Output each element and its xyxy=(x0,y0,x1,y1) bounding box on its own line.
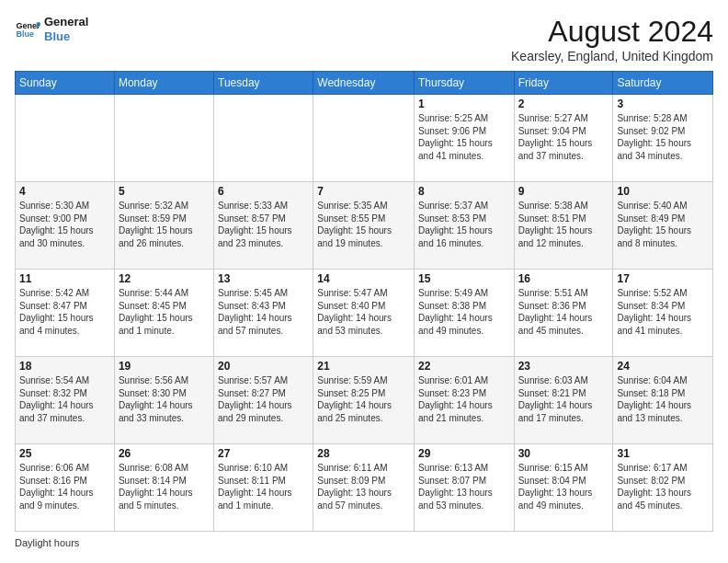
calendar-cell: 1Sunrise: 5:25 AM Sunset: 9:06 PM Daylig… xyxy=(415,95,515,182)
calendar-cell xyxy=(214,95,313,182)
day-number: 6 xyxy=(218,185,309,198)
weekday-header-thursday: Thursday xyxy=(415,72,515,95)
calendar-cell: 19Sunrise: 5:56 AM Sunset: 8:30 PM Dayli… xyxy=(114,357,213,444)
day-number: 25 xyxy=(19,447,110,460)
calendar-cell: 12Sunrise: 5:44 AM Sunset: 8:45 PM Dayli… xyxy=(114,270,213,357)
day-info: Sunrise: 6:15 AM Sunset: 8:04 PM Dayligh… xyxy=(518,462,609,511)
day-info: Sunrise: 5:44 AM Sunset: 8:45 PM Dayligh… xyxy=(119,287,210,337)
calendar-cell: 11Sunrise: 5:42 AM Sunset: 8:47 PM Dayli… xyxy=(16,270,115,357)
logo: General Blue GeneralBlue xyxy=(15,15,88,43)
day-number: 19 xyxy=(119,360,210,373)
legend: Daylight hours xyxy=(15,537,713,548)
weekday-header-sunday: Sunday xyxy=(16,72,115,95)
day-info: Sunrise: 5:30 AM Sunset: 9:00 PM Dayligh… xyxy=(19,200,110,249)
header: General Blue GeneralBlue August 2024 Kea… xyxy=(15,15,713,63)
day-number: 31 xyxy=(617,447,709,460)
day-info: Sunrise: 6:11 AM Sunset: 8:09 PM Dayligh… xyxy=(317,462,410,511)
calendar-cell: 23Sunrise: 6:03 AM Sunset: 8:21 PM Dayli… xyxy=(514,357,613,444)
day-info: Sunrise: 5:51 AM Sunset: 8:36 PM Dayligh… xyxy=(518,287,609,337)
day-number: 5 xyxy=(119,185,210,198)
day-number: 26 xyxy=(119,447,210,460)
weekday-header-wednesday: Wednesday xyxy=(313,72,415,95)
day-number: 14 xyxy=(317,272,410,285)
day-number: 7 xyxy=(317,185,410,198)
day-info: Sunrise: 5:57 AM Sunset: 8:27 PM Dayligh… xyxy=(218,374,309,424)
day-number: 30 xyxy=(518,447,609,460)
day-number: 23 xyxy=(518,360,609,373)
calendar-cell: 14Sunrise: 5:47 AM Sunset: 8:40 PM Dayli… xyxy=(313,270,415,357)
day-number: 18 xyxy=(19,360,110,373)
week-row-3: 11Sunrise: 5:42 AM Sunset: 8:47 PM Dayli… xyxy=(16,270,713,357)
calendar-cell: 28Sunrise: 6:11 AM Sunset: 8:09 PM Dayli… xyxy=(313,444,415,532)
weekday-header-row: SundayMondayTuesdayWednesdayThursdayFrid… xyxy=(16,72,713,95)
calendar-cell: 30Sunrise: 6:15 AM Sunset: 8:04 PM Dayli… xyxy=(514,444,613,532)
calendar-cell: 18Sunrise: 5:54 AM Sunset: 8:32 PM Dayli… xyxy=(16,357,115,444)
day-info: Sunrise: 5:33 AM Sunset: 8:57 PM Dayligh… xyxy=(218,200,309,249)
calendar-cell: 7Sunrise: 5:35 AM Sunset: 8:55 PM Daylig… xyxy=(313,182,415,270)
day-number: 12 xyxy=(119,272,210,285)
weekday-header-monday: Monday xyxy=(114,72,213,95)
day-number: 11 xyxy=(19,272,110,285)
calendar-cell: 10Sunrise: 5:40 AM Sunset: 8:49 PM Dayli… xyxy=(613,182,713,270)
week-row-5: 25Sunrise: 6:06 AM Sunset: 8:16 PM Dayli… xyxy=(16,444,713,532)
day-number: 9 xyxy=(518,185,609,198)
calendar-cell: 25Sunrise: 6:06 AM Sunset: 8:16 PM Dayli… xyxy=(16,444,115,532)
calendar-cell: 4Sunrise: 5:30 AM Sunset: 9:00 PM Daylig… xyxy=(16,182,115,270)
day-info: Sunrise: 5:25 AM Sunset: 9:06 PM Dayligh… xyxy=(418,112,510,162)
weekday-header-saturday: Saturday xyxy=(613,72,713,95)
day-info: Sunrise: 5:28 AM Sunset: 9:02 PM Dayligh… xyxy=(617,112,709,162)
day-info: Sunrise: 5:32 AM Sunset: 8:59 PM Dayligh… xyxy=(119,200,210,249)
daylight-label: Daylight hours xyxy=(15,537,79,548)
day-info: Sunrise: 5:47 AM Sunset: 8:40 PM Dayligh… xyxy=(317,287,410,337)
day-number: 17 xyxy=(617,272,709,285)
day-number: 24 xyxy=(617,360,709,373)
day-number: 22 xyxy=(418,360,510,373)
day-number: 2 xyxy=(518,98,609,110)
month-title: August 2024 xyxy=(511,15,713,49)
calendar-cell: 5Sunrise: 5:32 AM Sunset: 8:59 PM Daylig… xyxy=(114,182,213,270)
day-info: Sunrise: 6:03 AM Sunset: 8:21 PM Dayligh… xyxy=(518,374,609,424)
day-info: Sunrise: 5:40 AM Sunset: 8:49 PM Dayligh… xyxy=(617,200,709,249)
logo-icon: General Blue xyxy=(15,17,40,42)
calendar-cell: 24Sunrise: 6:04 AM Sunset: 8:18 PM Dayli… xyxy=(613,357,713,444)
calendar-cell: 20Sunrise: 5:57 AM Sunset: 8:27 PM Dayli… xyxy=(214,357,313,444)
day-number: 1 xyxy=(418,98,510,110)
calendar-cell: 13Sunrise: 5:45 AM Sunset: 8:43 PM Dayli… xyxy=(214,270,313,357)
calendar-cell: 29Sunrise: 6:13 AM Sunset: 8:07 PM Dayli… xyxy=(415,444,515,532)
week-row-4: 18Sunrise: 5:54 AM Sunset: 8:32 PM Dayli… xyxy=(16,357,713,444)
day-number: 13 xyxy=(218,272,309,285)
day-info: Sunrise: 6:06 AM Sunset: 8:16 PM Dayligh… xyxy=(19,462,110,511)
page: General Blue GeneralBlue August 2024 Kea… xyxy=(0,0,728,563)
calendar-cell: 2Sunrise: 5:27 AM Sunset: 9:04 PM Daylig… xyxy=(514,95,613,182)
day-number: 3 xyxy=(617,98,709,110)
day-info: Sunrise: 5:27 AM Sunset: 9:04 PM Dayligh… xyxy=(518,112,609,162)
calendar-cell: 31Sunrise: 6:17 AM Sunset: 8:02 PM Dayli… xyxy=(613,444,713,532)
day-info: Sunrise: 6:01 AM Sunset: 8:23 PM Dayligh… xyxy=(418,374,510,424)
day-number: 21 xyxy=(317,360,410,373)
calendar-cell xyxy=(114,95,213,182)
week-row-1: 1Sunrise: 5:25 AM Sunset: 9:06 PM Daylig… xyxy=(16,95,713,182)
calendar-cell: 8Sunrise: 5:37 AM Sunset: 8:53 PM Daylig… xyxy=(415,182,515,270)
day-info: Sunrise: 5:54 AM Sunset: 8:32 PM Dayligh… xyxy=(19,374,110,424)
day-info: Sunrise: 5:56 AM Sunset: 8:30 PM Dayligh… xyxy=(119,374,210,424)
calendar-cell: 15Sunrise: 5:49 AM Sunset: 8:38 PM Dayli… xyxy=(415,270,515,357)
calendar-table: SundayMondayTuesdayWednesdayThursdayFrid… xyxy=(15,71,713,532)
svg-text:Blue: Blue xyxy=(16,29,34,38)
day-info: Sunrise: 5:38 AM Sunset: 8:51 PM Dayligh… xyxy=(518,200,609,249)
day-info: Sunrise: 5:37 AM Sunset: 8:53 PM Dayligh… xyxy=(418,200,510,249)
title-block: August 2024 Kearsley, England, United Ki… xyxy=(511,15,713,63)
calendar-cell: 6Sunrise: 5:33 AM Sunset: 8:57 PM Daylig… xyxy=(214,182,313,270)
calendar-cell: 3Sunrise: 5:28 AM Sunset: 9:02 PM Daylig… xyxy=(613,95,713,182)
calendar-cell xyxy=(313,95,415,182)
calendar-cell: 9Sunrise: 5:38 AM Sunset: 8:51 PM Daylig… xyxy=(514,182,613,270)
calendar-cell: 16Sunrise: 5:51 AM Sunset: 8:36 PM Dayli… xyxy=(514,270,613,357)
week-row-2: 4Sunrise: 5:30 AM Sunset: 9:00 PM Daylig… xyxy=(16,182,713,270)
day-info: Sunrise: 5:35 AM Sunset: 8:55 PM Dayligh… xyxy=(317,200,410,249)
calendar-cell xyxy=(16,95,115,182)
day-info: Sunrise: 6:10 AM Sunset: 8:11 PM Dayligh… xyxy=(218,462,309,511)
day-number: 4 xyxy=(19,185,110,198)
calendar-cell: 22Sunrise: 6:01 AM Sunset: 8:23 PM Dayli… xyxy=(415,357,515,444)
day-info: Sunrise: 5:59 AM Sunset: 8:25 PM Dayligh… xyxy=(317,374,410,424)
location-title: Kearsley, England, United Kingdom xyxy=(511,49,713,63)
logo-text: GeneralBlue xyxy=(44,15,88,43)
